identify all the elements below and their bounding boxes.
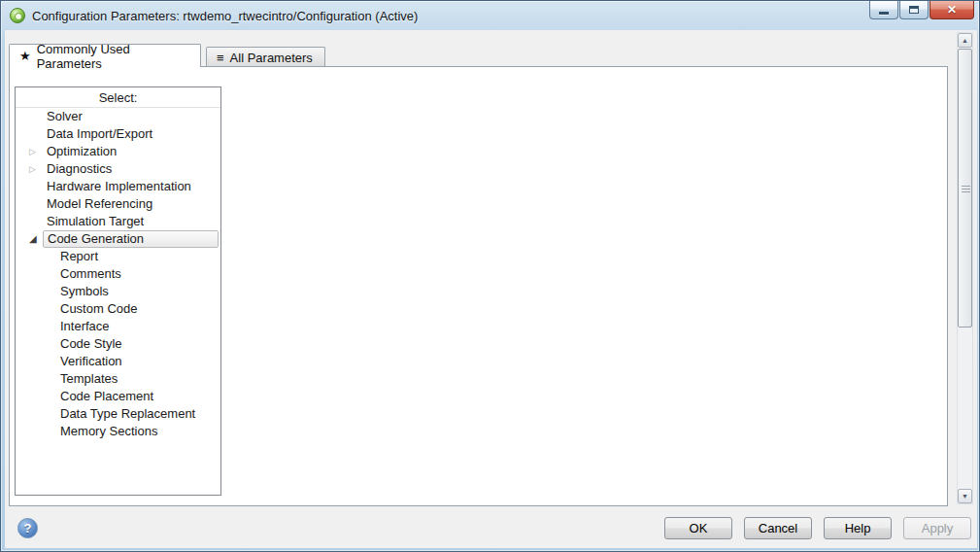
cancel-button[interactable]: Cancel: [744, 517, 812, 539]
tree-header: Select:: [16, 87, 220, 108]
list-icon: ≡: [217, 51, 224, 65]
window-title: Configuration Parameters: rtwdemo_rtweci…: [32, 9, 418, 23]
tab-commonly-used-parameters[interactable]: ★ Commonly Used Parameters: [9, 44, 201, 67]
apply-button: Apply: [903, 517, 971, 539]
tree-item-solver[interactable]: Solver: [16, 108, 220, 125]
configuration-parameters-window: Configuration Parameters: rtwdemo_rtweci…: [0, 0, 980, 552]
tree-item-label: Data Import/Export: [43, 126, 156, 142]
tab-all-parameters[interactable]: ≡ All Parameters: [206, 47, 325, 67]
minimize-button[interactable]: [869, 1, 898, 19]
tree-item-label: Report: [56, 249, 102, 264]
title-bar[interactable]: Configuration Parameters: rtwdemo_rtweci…: [1, 1, 979, 30]
ok-button[interactable]: OK: [664, 517, 732, 539]
tree-item-label: Symbols: [56, 284, 113, 299]
parameter-tree[interactable]: Select: SolverData Import/Export▷Optimiz…: [15, 86, 221, 496]
tree-item-code-placement[interactable]: Code Placement: [16, 388, 220, 405]
tree-item-templates[interactable]: Templates: [16, 370, 220, 388]
tree-item-label: Code Generation: [43, 230, 219, 248]
tree-item-simulation-target[interactable]: Simulation Target: [16, 213, 220, 230]
tab-label: All Parameters: [230, 51, 313, 65]
tree-item-verification[interactable]: Verification: [16, 353, 220, 370]
tree-item-label: Code Style: [56, 336, 126, 352]
tree-item-code-style[interactable]: Code Style: [16, 335, 220, 353]
tree-item-hardware-implementation[interactable]: Hardware Implementation: [16, 178, 220, 195]
vertical-scrollbar[interactable]: ▲ ▼: [957, 32, 973, 504]
tree-item-data-import-export[interactable]: Data Import/Export: [16, 125, 220, 143]
tree-item-diagnostics[interactable]: ▷Diagnostics: [16, 160, 220, 178]
tree-item-label: Verification: [56, 354, 126, 369]
tree-item-report[interactable]: Report: [16, 248, 220, 265]
help-icon[interactable]: ?: [17, 518, 38, 538]
tree-item-comments[interactable]: Comments: [16, 265, 220, 283]
tree-item-interface[interactable]: Interface: [16, 318, 220, 335]
close-icon: ✕: [947, 4, 957, 16]
tab-label: Commonly Used Parameters: [37, 42, 190, 71]
tree-item-label: Diagnostics: [43, 161, 116, 177]
tree-item-memory-sections[interactable]: Memory Sections: [16, 423, 220, 440]
tree-item-label: Templates: [56, 371, 121, 387]
scroll-up-arrow[interactable]: ▲: [958, 33, 972, 48]
scrollbar-thumb[interactable]: [958, 49, 972, 328]
expand-icon[interactable]: ▷: [29, 160, 43, 178]
tree-item-symbols[interactable]: Symbols: [16, 283, 220, 300]
tree-item-label: Interface: [56, 319, 114, 334]
tree-item-data-type-replacement[interactable]: Data Type Replacement: [16, 405, 220, 423]
tree-item-label: Data Type Replacement: [56, 406, 199, 422]
tree-item-label: Hardware Implementation: [43, 179, 195, 194]
tree-item-label: Custom Code: [56, 301, 141, 317]
dialog-client-area: ★ Commonly Used Parameters ≡ All Paramet…: [5, 30, 977, 548]
tree-item-label: Memory Sections: [56, 424, 161, 439]
expand-icon[interactable]: ▷: [29, 143, 43, 160]
maximize-button[interactable]: [899, 1, 929, 19]
tree-item-label: Code Placement: [56, 389, 157, 404]
tree-item-label: Model Referencing: [43, 196, 156, 212]
simulink-config-icon: [10, 8, 25, 23]
tree-item-code-generation[interactable]: ◢Code Generation: [16, 230, 220, 248]
collapse-icon[interactable]: ◢: [29, 230, 43, 248]
scrollbar-grip: [962, 189, 970, 190]
tree-item-optimization[interactable]: ▷Optimization: [16, 143, 220, 160]
tree-item-model-referencing[interactable]: Model Referencing: [16, 195, 220, 213]
close-button[interactable]: ✕: [929, 1, 974, 19]
minimize-icon: [879, 12, 889, 15]
tree-item-label: Optimization: [43, 144, 120, 159]
tree-item-label: Solver: [43, 109, 86, 124]
scroll-down-arrow[interactable]: ▼: [958, 489, 972, 503]
maximize-icon: [909, 6, 919, 14]
star-icon: ★: [19, 49, 31, 63]
help-button[interactable]: Help: [824, 517, 892, 539]
tree-rows: SolverData Import/Export▷Optimization▷Di…: [16, 108, 220, 440]
tree-item-custom-code[interactable]: Custom Code: [16, 300, 220, 318]
tree-item-label: Simulation Target: [43, 214, 148, 229]
tree-item-label: Comments: [56, 266, 125, 282]
